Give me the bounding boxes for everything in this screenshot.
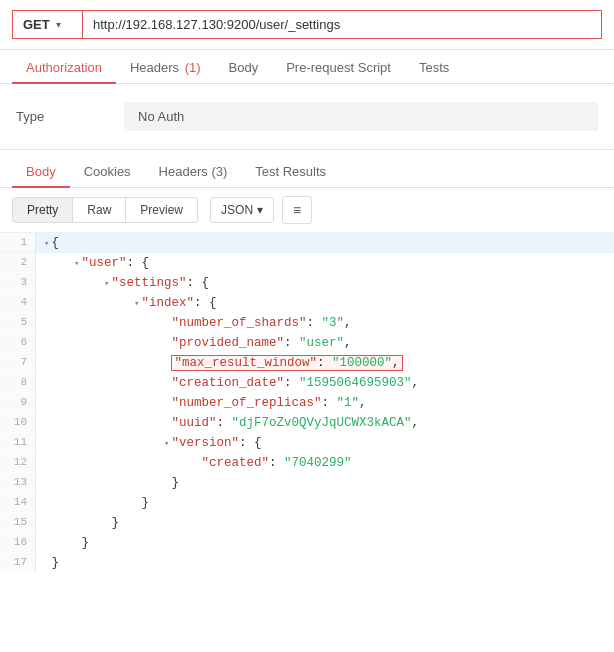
json-line: 17 } — [0, 553, 614, 573]
json-line: 7 "max_result_window": "100000", — [0, 353, 614, 373]
json-line: 15 } — [0, 513, 614, 533]
wrap-button[interactable]: ≡ — [282, 196, 312, 224]
line-number: 11 — [0, 433, 36, 452]
json-line: 4 ▾"index": { — [0, 293, 614, 313]
line-number: 13 — [0, 473, 36, 492]
line-number: 16 — [0, 533, 36, 552]
response-tab-test-results[interactable]: Test Results — [241, 154, 340, 187]
json-viewer: 1▾{2 ▾"user": {3 ▾"settings": {4 ▾"index… — [0, 233, 614, 585]
json-line: 3 ▾"settings": { — [0, 273, 614, 293]
raw-button[interactable]: Raw — [73, 197, 126, 223]
line-number: 3 — [0, 273, 36, 292]
line-content: "creation_date": "1595064695903", — [36, 373, 614, 393]
chevron-down-icon: ▾ — [257, 203, 263, 217]
response-tab-body[interactable]: Body — [12, 154, 70, 187]
response-tab-bar: Body Cookies Headers (3) Test Results — [0, 154, 614, 188]
auth-value[interactable]: No Auth — [124, 102, 598, 131]
json-line: 1▾{ — [0, 233, 614, 253]
line-number: 1 — [0, 233, 36, 252]
json-line: 2 ▾"user": { — [0, 253, 614, 273]
tab-authorization[interactable]: Authorization — [12, 50, 116, 83]
line-content: } — [36, 533, 614, 553]
response-tab-cookies[interactable]: Cookies — [70, 154, 145, 187]
line-content: "number_of_shards": "3", — [36, 313, 614, 333]
json-line: 5 "number_of_shards": "3", — [0, 313, 614, 333]
line-content: ▾"settings": { — [36, 273, 614, 293]
line-content: "created": "7040299" — [36, 453, 614, 473]
json-line: 12 "created": "7040299" — [0, 453, 614, 473]
json-line: 8 "creation_date": "1595064695903", — [0, 373, 614, 393]
line-content: } — [36, 493, 614, 513]
url-input[interactable] — [82, 10, 602, 39]
response-tab-headers[interactable]: Headers (3) — [145, 154, 242, 187]
json-line: 10 "uuid": "djF7oZv0QVyJqUCWX3kACA", — [0, 413, 614, 433]
method-selector[interactable]: GET ▾ — [12, 10, 82, 39]
tab-tests[interactable]: Tests — [405, 50, 463, 83]
view-controls: Pretty Raw Preview JSON ▾ ≡ — [0, 188, 614, 233]
line-content: ▾"version": { — [36, 433, 614, 453]
format-select[interactable]: JSON ▾ — [210, 197, 274, 223]
json-line: 11 ▾"version": { — [0, 433, 614, 453]
json-line: 6 "provided_name": "user", — [0, 333, 614, 353]
auth-section: Type No Auth — [0, 84, 614, 150]
line-number: 6 — [0, 333, 36, 352]
line-number: 4 — [0, 293, 36, 312]
line-number: 17 — [0, 553, 36, 572]
line-content: "number_of_replicas": "1", — [36, 393, 614, 413]
auth-type-label: Type — [16, 109, 116, 124]
tab-pre-request-script[interactable]: Pre-request Script — [272, 50, 405, 83]
json-line: 14 } — [0, 493, 614, 513]
pretty-button[interactable]: Pretty — [12, 197, 73, 223]
url-bar: GET ▾ — [0, 0, 614, 50]
line-number: 9 — [0, 393, 36, 412]
preview-button[interactable]: Preview — [126, 197, 198, 223]
line-number: 14 — [0, 493, 36, 512]
line-content: "provided_name": "user", — [36, 333, 614, 353]
line-content: ▾"index": { — [36, 293, 614, 313]
line-number: 10 — [0, 413, 36, 432]
json-line: 13 } — [0, 473, 614, 493]
json-line: 16 } — [0, 533, 614, 553]
line-number: 15 — [0, 513, 36, 532]
tab-headers[interactable]: Headers (1) — [116, 50, 215, 83]
line-number: 12 — [0, 453, 36, 472]
line-number: 2 — [0, 253, 36, 272]
line-number: 5 — [0, 313, 36, 332]
format-label: JSON — [221, 203, 253, 217]
json-line: 9 "number_of_replicas": "1", — [0, 393, 614, 413]
headers-badge: (1) — [185, 60, 201, 75]
chevron-down-icon: ▾ — [56, 19, 61, 30]
method-label: GET — [23, 17, 50, 32]
line-content: ▾"user": { — [36, 253, 614, 273]
line-content: ▾{ — [36, 233, 614, 253]
tab-body[interactable]: Body — [215, 50, 273, 83]
wrap-icon: ≡ — [293, 202, 301, 218]
line-number: 8 — [0, 373, 36, 392]
request-tab-bar: Authorization Headers (1) Body Pre-reque… — [0, 50, 614, 84]
line-content: } — [36, 513, 614, 533]
line-content: } — [36, 553, 614, 573]
line-number: 7 — [0, 353, 36, 372]
json-content: 1▾{2 ▾"user": {3 ▾"settings": {4 ▾"index… — [0, 233, 614, 585]
line-content: } — [36, 473, 614, 493]
line-content: "max_result_window": "100000", — [36, 353, 614, 373]
line-content: "uuid": "djF7oZv0QVyJqUCWX3kACA", — [36, 413, 614, 433]
headers-response-badge: (3) — [211, 164, 227, 179]
